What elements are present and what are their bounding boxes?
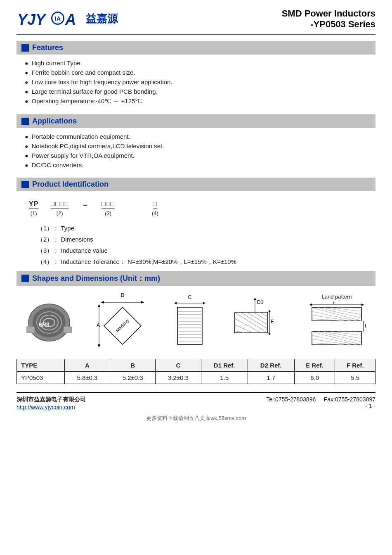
pid-part3-code: □□□ bbox=[102, 200, 115, 209]
svg-text:IA: IA bbox=[55, 15, 61, 22]
pid-part4-label: (4) bbox=[152, 210, 158, 216]
pid-part1-code: YP bbox=[29, 200, 38, 209]
features-list: High current Type. Ferrite bobbin core a… bbox=[17, 58, 375, 109]
page-header: YJY IA A 益嘉源 SMD Power Inductors -YP0503… bbox=[17, 8, 375, 35]
svg-text:6R8: 6R8 bbox=[39, 321, 50, 328]
svg-text:Marking: Marking bbox=[115, 318, 130, 333]
website-link[interactable]: http://www.yjycoin.com bbox=[17, 404, 75, 410]
svg-line-58 bbox=[318, 308, 361, 318]
svg-rect-12 bbox=[64, 327, 72, 333]
b-label: B bbox=[121, 292, 125, 298]
svg-text:F: F bbox=[333, 301, 336, 305]
land-pattern: Land pattern F bbox=[308, 294, 366, 351]
pid-part3: □□□ (3) bbox=[102, 200, 115, 216]
page-number: - 1 - bbox=[365, 403, 375, 409]
top-view: B A Marking bbox=[96, 292, 149, 353]
footer-left: 深圳市益嘉源电子有限公司 http://www.yjycoin.com bbox=[17, 396, 86, 410]
c-label: C bbox=[188, 294, 191, 300]
svg-line-44 bbox=[259, 312, 267, 316]
svg-marker-54 bbox=[361, 304, 364, 306]
shapes-diagrams: 6R8 B A Marking C bbox=[17, 292, 375, 353]
shapes-header: Shapes and Dimensions (Unit：mm) bbox=[17, 271, 375, 286]
col-d2: D2 Ref. bbox=[248, 359, 294, 372]
svg-line-67 bbox=[318, 332, 361, 342]
coil-photo: 6R8 bbox=[26, 302, 72, 343]
logo-icon: YJY IA A bbox=[17, 8, 83, 29]
features-icon bbox=[21, 44, 29, 52]
product-id-header: Product Identification bbox=[17, 178, 375, 191]
svg-marker-19 bbox=[98, 344, 100, 348]
coil-svg: 6R8 bbox=[26, 302, 72, 343]
svg-marker-50 bbox=[268, 333, 271, 335]
pid-part2-label: (2) bbox=[57, 210, 63, 216]
svg-text:D2: D2 bbox=[365, 323, 366, 329]
svg-marker-14 bbox=[101, 301, 104, 304]
logo-cn-text: 益嘉源 bbox=[86, 12, 118, 26]
product-title: SMD Power Inductors -YP0503 Series bbox=[282, 8, 375, 30]
cell-f: 5.5 bbox=[335, 372, 375, 384]
applications-title: Applications bbox=[32, 117, 77, 126]
pid-part4-code: □ bbox=[153, 200, 158, 209]
pid-separator: － bbox=[81, 199, 89, 211]
shapes-title: Shapes and Dimensions (Unit：mm) bbox=[32, 273, 160, 283]
pid-part4: □ (4) bbox=[152, 200, 158, 216]
title-line1: SMD Power Inductors bbox=[282, 8, 375, 19]
svg-text:A: A bbox=[97, 323, 100, 328]
land-pattern-label: Land pattern bbox=[321, 294, 352, 300]
pid-part1-label: (1) bbox=[31, 210, 37, 216]
dimensions-table: TYPE A B C D1 Ref. D2 Ref. E Ref. F Ref.… bbox=[17, 359, 375, 384]
side-view: D1 E bbox=[230, 298, 284, 347]
applications-header: Applications bbox=[17, 114, 375, 128]
pid-legend-2: （2）： Dimensions bbox=[37, 236, 363, 244]
front-view-svg bbox=[173, 301, 206, 351]
svg-marker-23 bbox=[174, 302, 177, 304]
svg-text:A: A bbox=[65, 11, 76, 28]
pid-part1: YP (1) bbox=[29, 200, 38, 216]
table-header-row: TYPE A B C D1 Ref. D2 Ref. E Ref. F Ref. bbox=[17, 359, 375, 372]
col-e: E Ref. bbox=[294, 359, 335, 372]
pid-legend-3: （3）： Inductance value bbox=[37, 247, 363, 255]
application-item-2: Notebook PC,digital carmera,LCD televisi… bbox=[25, 142, 375, 149]
svg-rect-25 bbox=[177, 307, 202, 344]
table-row: YP0503 5.8±0.3 5.2±0.3 3.2±0.3 1.5 1.7 6… bbox=[17, 372, 375, 384]
svg-marker-18 bbox=[98, 304, 100, 307]
svg-line-46 bbox=[234, 325, 253, 333]
cell-b: 5.2±0.3 bbox=[110, 372, 156, 384]
side-view-svg: D1 E bbox=[230, 298, 284, 347]
svg-marker-53 bbox=[309, 304, 312, 306]
col-c: C bbox=[156, 359, 201, 372]
cell-c: 3.2±0.3 bbox=[156, 372, 201, 384]
feature-item-5: Operating temperature:-40℃ ～ +125℃. bbox=[25, 97, 375, 105]
svg-line-40 bbox=[234, 312, 267, 333]
shapes-icon bbox=[21, 275, 29, 282]
product-id-icon bbox=[21, 181, 29, 188]
product-id-diagram: YP (1) □□□□ (2) － □□□ (3) □ (4) bbox=[29, 199, 363, 216]
tel: Tel:0755-27803896 bbox=[266, 396, 316, 403]
pid-legend-4: （4）： Inductance Tolerance： N=±30%,M=±20%… bbox=[37, 258, 363, 266]
features-title: Features bbox=[32, 43, 63, 52]
svg-text:E: E bbox=[271, 319, 274, 325]
footer-right: Tel:0755-27803896 Fax:0755-27803897 - 1 … bbox=[266, 396, 375, 409]
cell-type: YP0503 bbox=[17, 372, 65, 384]
svg-line-43 bbox=[253, 312, 267, 320]
company-name: 深圳市益嘉源电子有限公司 bbox=[17, 396, 86, 403]
svg-marker-37 bbox=[254, 298, 256, 300]
col-a: A bbox=[64, 359, 110, 372]
feature-item-3: Low core loss for high frequency power a… bbox=[25, 78, 375, 85]
logo-box: YJY IA A 益嘉源 bbox=[17, 8, 118, 29]
cell-d1: 1.5 bbox=[201, 372, 248, 384]
fax: Fax:0755-27803897 bbox=[324, 396, 375, 403]
svg-marker-15 bbox=[141, 301, 144, 304]
application-item-4: DC/DC converters. bbox=[25, 161, 375, 168]
pid-legend-1: （1）： Type bbox=[37, 225, 363, 232]
pid-part2-code: □□□□ bbox=[51, 200, 68, 209]
top-view-svg: A Marking bbox=[96, 299, 149, 353]
application-item-3: Power supply for VTR,OA equipment. bbox=[25, 152, 375, 159]
svg-text:YJY: YJY bbox=[17, 11, 47, 28]
front-view: C bbox=[173, 294, 206, 351]
features-header: Features bbox=[17, 41, 375, 55]
applications-list: Portable communication equipment. Notebo… bbox=[17, 131, 375, 173]
svg-rect-11 bbox=[26, 327, 35, 333]
logo-area: YJY IA A 益嘉源 bbox=[17, 8, 118, 29]
cell-a: 5.8±0.3 bbox=[64, 372, 110, 384]
